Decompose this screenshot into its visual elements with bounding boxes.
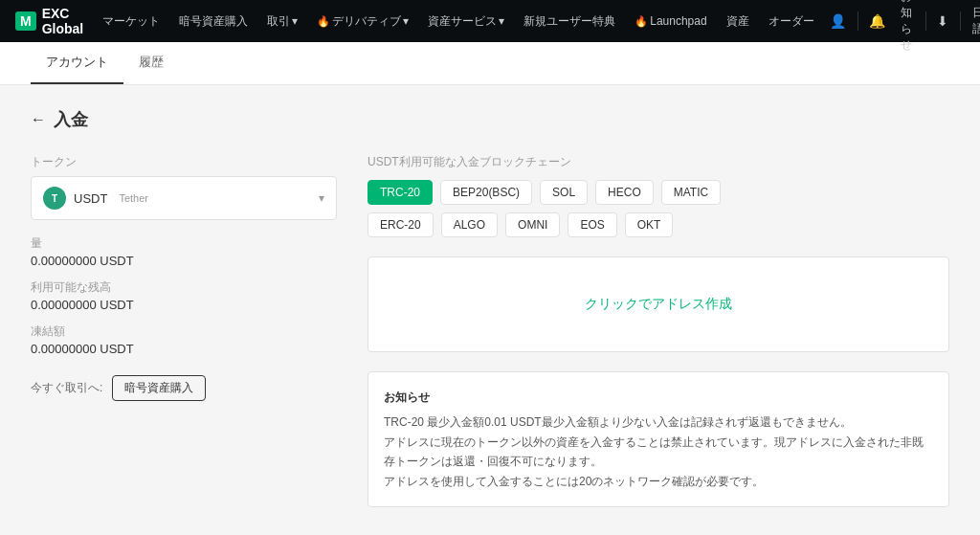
token-icon: T — [43, 187, 66, 210]
page-header: ← 入金 — [31, 108, 949, 131]
content-grid: トークン T USDT Tether ▾ 量 0.00000000 USDT 利… — [31, 154, 949, 507]
available-value: 0.00000000 USDT — [31, 298, 337, 312]
tab-history[interactable]: 履歴 — [123, 42, 179, 84]
logo-text: EXC Global — [42, 6, 84, 36]
address-create-box[interactable]: クリックでアドレス作成 — [368, 256, 949, 352]
buy-crypto-button[interactable]: 暗号資産購入 — [112, 375, 206, 401]
chain-matic[interactable]: MATIC — [661, 180, 721, 205]
buy-section: 今すぐ取引へ: 暗号資産購入 — [31, 375, 337, 401]
nav-launchpad[interactable]: 🔥 Launchpad — [627, 0, 714, 42]
token-chevron: ▾ — [319, 191, 324, 205]
chain-buttons-2: ERC-20 ALGO OMNI EOS OKT — [368, 212, 949, 237]
token-symbol: USDT — [74, 191, 107, 206]
tab-account[interactable]: アカウント — [31, 42, 123, 84]
chain-eos[interactable]: EOS — [568, 212, 616, 237]
buy-prefix: 今すぐ取引へ: — [31, 381, 102, 394]
nav-new-user[interactable]: 新規ユーザー特典 — [516, 0, 623, 42]
nav-orders[interactable]: オーダー — [761, 0, 822, 42]
logo[interactable]: M EXC Global — [15, 6, 83, 36]
chain-sol[interactable]: SOL — [540, 180, 588, 205]
download-icon[interactable]: ⬇ — [933, 13, 952, 29]
amount-label: 量 — [31, 235, 337, 252]
nav-notifications[interactable]: お知らせ — [897, 0, 918, 54]
notice-line-3: アドレスを使用して入金することには20のネットワーク確認が必要です。 — [384, 472, 933, 491]
notice-title: お知らせ — [384, 388, 933, 407]
nav-trade-chevron — [292, 14, 298, 28]
chain-erc20[interactable]: ERC-20 — [368, 212, 434, 237]
nav-derivatives-chevron — [403, 14, 409, 28]
frozen-value: 0.00000000 USDT — [31, 342, 337, 356]
nav-asset-chevron — [499, 14, 504, 28]
nav-asset-services[interactable]: 資産サービス — [420, 0, 512, 42]
main-content: ← 入金 トークン T USDT Tether ▾ 量 0.000000 — [0, 85, 980, 535]
chain-label: USDT利用可能な入金ブロックチェーン — [368, 154, 949, 170]
logo-m: M — [15, 11, 36, 31]
left-panel: トークン T USDT Tether ▾ 量 0.00000000 USDT 利… — [31, 154, 337, 507]
token-label: トークン — [31, 154, 337, 170]
notice-line-2: アドレスに現在のトークン以外の資産を入金することは禁止されています。現アドレスに… — [384, 433, 933, 472]
user-icon[interactable]: 👤 — [826, 13, 850, 29]
nav-assets[interactable]: 資産 — [719, 0, 757, 42]
navbar: M EXC Global マーケット 暗号資産購入 取引 🔥 デリバティブ 資産… — [0, 0, 980, 42]
chain-heco[interactable]: HECO — [595, 180, 654, 205]
nav-right: 👤 🔔 お知らせ ⬇ 日本語/USD ⚙ — [826, 0, 980, 54]
chain-bep20[interactable]: BEP20(BSC) — [440, 180, 532, 205]
bell-icon[interactable]: 🔔 — [865, 13, 889, 29]
notice-line-1: TRC-20 最少入金額0.01 USDT最少入金額より少ない入金は記録されず返… — [384, 412, 933, 432]
amount-section: 量 0.00000000 USDT — [31, 235, 337, 268]
nav-trade[interactable]: 取引 — [259, 0, 305, 42]
amount-value: 0.00000000 USDT — [31, 254, 337, 268]
fire-icon-derivatives: 🔥 — [317, 15, 330, 28]
chain-okt[interactable]: OKT — [625, 212, 674, 237]
token-selector[interactable]: T USDT Tether ▾ — [31, 176, 337, 220]
nav-buy-crypto[interactable]: 暗号資産購入 — [171, 0, 256, 42]
available-label: 利用可能な残高 — [31, 279, 337, 296]
nav-derivatives[interactable]: 🔥 デリバティブ — [309, 0, 416, 42]
page-title: 入金 — [54, 108, 88, 131]
nav-market[interactable]: マーケット — [95, 0, 167, 42]
language-selector[interactable]: 日本語/USD — [969, 5, 980, 37]
available-section: 利用可能な残高 0.00000000 USDT — [31, 279, 337, 312]
chain-omni[interactable]: OMNI — [505, 212, 560, 237]
chain-trc20[interactable]: TRC-20 — [368, 180, 433, 205]
frozen-section: 凍結額 0.00000000 USDT — [31, 323, 337, 356]
frozen-label: 凍結額 — [31, 323, 337, 340]
token-name: Tether — [119, 192, 148, 204]
chain-algo[interactable]: ALGO — [441, 212, 498, 237]
back-button[interactable]: ← — [31, 111, 46, 128]
token-select-inner: T USDT Tether — [43, 187, 148, 210]
right-panel: USDT利用可能な入金ブロックチェーン TRC-20 BEP20(BSC) SO… — [368, 154, 949, 507]
notice-box: お知らせ TRC-20 最少入金額0.01 USDT最少入金額より少ない入金は記… — [368, 371, 949, 507]
chain-buttons: TRC-20 BEP20(BSC) SOL HECO MATIC — [368, 180, 949, 205]
address-create-text: クリックでアドレス作成 — [585, 296, 732, 313]
fire-icon-launchpad: 🔥 — [635, 15, 648, 28]
